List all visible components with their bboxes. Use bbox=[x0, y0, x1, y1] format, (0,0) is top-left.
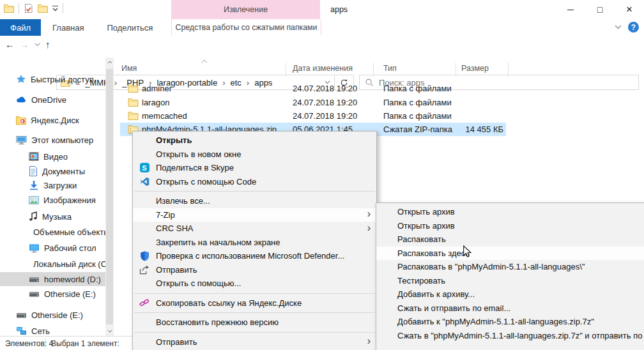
sidebar-item-this-pc[interactable]: Этот компьютер bbox=[0, 133, 105, 147]
up-button[interactable]: ↑ bbox=[45, 39, 50, 50]
yandex-disk-icon bbox=[16, 116, 26, 125]
drive-icon bbox=[29, 275, 40, 284]
documents-icon bbox=[29, 166, 38, 176]
menu-item-restore-previous[interactable]: Восстановить прежнюю версию bbox=[133, 316, 376, 330]
menu-separator bbox=[133, 310, 376, 316]
menu-item-share-skype[interactable]: S Поделиться в Skype bbox=[133, 161, 376, 175]
sidebar-item-local-disk-c[interactable]: Локальный диск (C:) bbox=[0, 257, 105, 271]
sidebar-item-quick-access[interactable]: Быстрый доступ bbox=[0, 72, 105, 86]
submenu-arrow-icon: › bbox=[367, 208, 371, 220]
submenu-item-extract[interactable]: Распаковать bbox=[376, 232, 644, 247]
forward-button[interactable]: → bbox=[20, 39, 29, 50]
folder-icon bbox=[128, 111, 139, 120]
recent-locations-chevron-icon[interactable] bbox=[34, 43, 40, 47]
sidebar-item-yandex-disk[interactable]: Яндекс.Диск bbox=[0, 113, 105, 127]
sidebar-item-music[interactable]: Музыка bbox=[0, 209, 105, 224]
share-icon bbox=[139, 264, 150, 275]
menu-item-crc-sha[interactable]: CRC SHA › bbox=[133, 222, 376, 236]
customize-qat-dropdown-icon[interactable] bbox=[52, 6, 58, 11]
mouse-cursor bbox=[463, 245, 472, 258]
submenu-arrow-icon: › bbox=[367, 222, 371, 234]
back-button[interactable]: ← bbox=[5, 39, 15, 50]
menu-item-extract-all[interactable]: Извлечь все... bbox=[133, 194, 376, 208]
ribbon-tab-bar: Файл Главная Поделиться Вид Средства раб… bbox=[0, 19, 644, 36]
menu-item-copy-yandex-link[interactable]: Скопировать ссылку на Яндекс.Диске bbox=[133, 296, 376, 310]
menu-item-open-with[interactable]: Открыть с помощью... bbox=[133, 277, 376, 291]
sidebar-item-downloads[interactable]: Загрузки bbox=[0, 178, 105, 192]
new-folder-button[interactable] bbox=[38, 4, 48, 13]
column-header-size[interactable]: Размер bbox=[461, 64, 489, 73]
sidebar-item-3d-objects[interactable]: Объемные объекты bbox=[0, 225, 105, 239]
sidebar-item-onedrive[interactable]: OneDrive bbox=[0, 93, 105, 107]
videos-icon bbox=[29, 152, 39, 161]
column-header-type[interactable]: Тип bbox=[383, 64, 397, 73]
folder-icon bbox=[128, 98, 139, 107]
downloads-arrow-icon bbox=[29, 180, 39, 190]
tab-file[interactable]: Файл bbox=[0, 19, 41, 36]
7zip-submenu: Открыть архив Открыть архив Распаковать … bbox=[376, 202, 644, 350]
scroll-down-icon[interactable] bbox=[105, 326, 114, 336]
folder-icon bbox=[128, 84, 139, 93]
column-header-name[interactable]: Имя bbox=[121, 64, 137, 73]
sidebar-item-documents[interactable]: Документы bbox=[0, 164, 105, 178]
submenu-item-compress-email[interactable]: Сжать и отправить по email... bbox=[376, 301, 644, 316]
defender-shield-icon bbox=[139, 250, 150, 262]
quick-access-star-icon bbox=[16, 74, 26, 84]
menu-separator bbox=[133, 291, 376, 296]
tab-compressed-folder-tools[interactable]: Средства работы со сжатыми папками bbox=[171, 19, 321, 35]
sidebar-item-otherside-e-root[interactable]: Otherside (E:) bbox=[0, 308, 105, 322]
column-header-date[interactable]: Дата изменения bbox=[293, 64, 353, 73]
submenu-item-extract-here[interactable]: Распаковать здесь bbox=[376, 247, 644, 261]
scroll-up-icon[interactable] bbox=[105, 57, 114, 67]
expand-ribbon-chevron-icon[interactable] bbox=[615, 25, 622, 29]
help-icon[interactable]: ? bbox=[628, 22, 639, 33]
menu-item-7zip[interactable]: 7-Zip › bbox=[133, 208, 376, 222]
submenu-item-test[interactable]: Тестировать bbox=[376, 274, 644, 288]
skype-icon: S bbox=[139, 162, 150, 174]
submenu-item-extract-to-folder[interactable]: Распаковать в "phpMyAdmin-5.1.1-all-lang… bbox=[376, 260, 644, 274]
minimize-button[interactable]: ─ bbox=[556, 0, 585, 19]
drive-icon bbox=[16, 311, 27, 319]
window-title: apps bbox=[330, 5, 348, 14]
submenu-item-open-archive-2[interactable]: Открыть архив bbox=[376, 219, 644, 233]
sidebar-item-otherside-e[interactable]: Otherside (E:) bbox=[0, 287, 105, 301]
menu-item-share[interactable]: Отправить bbox=[133, 263, 376, 277]
vscode-icon bbox=[139, 176, 150, 187]
close-button[interactable]: × bbox=[615, 0, 644, 19]
submenu-item-compress-7z-email[interactable]: Сжать в "phpMyAdmin-5.1.1-all-languages.… bbox=[376, 329, 644, 343]
submenu-item-add-to-archive[interactable]: Добавить к архиву... bbox=[376, 287, 644, 301]
link-icon bbox=[139, 297, 150, 308]
file-row-adminer[interactable]: adminer 24.07.2018 19:20 Папка с файлами bbox=[120, 82, 506, 95]
maximize-button[interactable]: □ bbox=[585, 0, 615, 19]
sidebar-item-homeworld-d[interactable]: homeworld (D:) bbox=[0, 272, 105, 286]
menu-item-open-with-code[interactable]: Открыть с помощью Code bbox=[133, 175, 376, 189]
tab-share[interactable]: Поделиться bbox=[95, 19, 164, 36]
menu-item-send-to[interactable]: Отправить › bbox=[133, 335, 376, 349]
breadcrumb-separator-icon[interactable]: › bbox=[113, 78, 118, 88]
menu-separator bbox=[133, 188, 376, 194]
tab-home[interactable]: Главная bbox=[41, 19, 95, 36]
desktop-monitor-icon bbox=[29, 243, 40, 253]
menu-separator bbox=[133, 330, 376, 335]
file-row-memcached[interactable]: memcached 24.07.2018 19:20 Папка с файла… bbox=[120, 109, 506, 123]
properties-button[interactable] bbox=[24, 3, 33, 13]
address-row: ← → ↑ « _MMK › _PHP › laragon-portable ›… bbox=[0, 36, 644, 57]
scrollbar-thumb[interactable] bbox=[106, 69, 113, 324]
sidebar-item-desktop[interactable]: Рабочий стол bbox=[0, 241, 105, 255]
sidebar-item-pictures[interactable]: Изображения bbox=[0, 193, 105, 207]
menu-item-open[interactable]: Открыть bbox=[133, 133, 376, 148]
submenu-item-add-to-7z[interactable]: Добавить к "phpMyAdmin-5.1.1-all-languag… bbox=[376, 315, 644, 329]
navigation-pane: Быстрый доступ OneDrive Яндекс.Диск Этот… bbox=[0, 57, 105, 336]
network-icon bbox=[16, 326, 27, 335]
file-row-laragon[interactable]: laragon 24.07.2018 19:20 Папка с файлами bbox=[120, 96, 506, 109]
submenu-item-open-archive[interactable]: Открыть архив bbox=[376, 205, 644, 219]
menu-item-pin-to-start[interactable]: Закрепить на начальном экране bbox=[133, 236, 376, 250]
menu-item-defender-scan[interactable]: Проверка с использованием Microsoft Defe… bbox=[133, 249, 376, 263]
sidebar-item-videos[interactable]: Видео bbox=[0, 149, 105, 164]
menu-item-open-new-window[interactable]: Открыть в новом окне bbox=[133, 148, 376, 162]
contextual-tab-header[interactable]: Извлечение bbox=[171, 0, 320, 19]
pictures-icon bbox=[29, 196, 39, 204]
sidebar-scrollbar[interactable] bbox=[105, 57, 114, 336]
items-count: Элементов: 4 bbox=[5, 339, 53, 348]
explorer-app-icon bbox=[4, 4, 14, 13]
